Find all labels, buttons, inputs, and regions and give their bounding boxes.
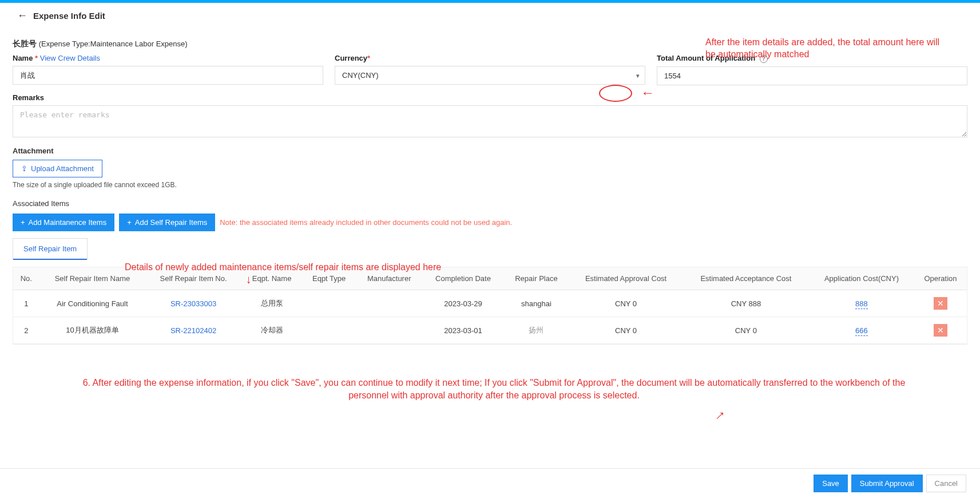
cell-eqpt: 冷却器: [241, 317, 303, 344]
upload-icon: ⇪: [21, 164, 27, 173]
view-crew-link[interactable]: View Crew Details: [40, 54, 100, 62]
cell-estacc: CNY 0: [683, 317, 809, 344]
name-label: Name * View Crew Details: [13, 54, 323, 62]
assoc-note: Note: the associated items already inclu…: [220, 218, 512, 227]
col-place: Repair Place: [504, 267, 569, 290]
add-maintenance-button[interactable]: + Add Maintanence Items: [13, 214, 114, 231]
cell-no: 1: [13, 290, 39, 317]
associated-items-heading: Associated Items: [13, 199, 967, 208]
cell-no: 2: [13, 317, 39, 344]
cell-compdate: 2023-03-29: [422, 290, 503, 317]
remarks-textarea[interactable]: [13, 105, 967, 137]
cell-eqpt: 总用泵: [241, 290, 303, 317]
cell-mfr: [356, 317, 423, 344]
items-table-wrap: No. Self Repair Item Name Self Repair It…: [13, 267, 967, 345]
cell-place: 扬州: [504, 317, 569, 344]
currency-select-wrap: CNY(CNY): [335, 66, 645, 85]
remarks-label: Remarks: [13, 93, 967, 102]
cell-appcost[interactable]: 888: [809, 290, 914, 317]
required-mark: *: [35, 54, 38, 62]
cell-estapp: CNY 0: [569, 317, 683, 344]
annotation-items: Details of newly added maintenance items…: [125, 262, 441, 272]
total-input[interactable]: [657, 66, 967, 85]
delete-row-button[interactable]: ✕: [934, 297, 947, 310]
tab-self-repair[interactable]: Self Repair Item: [13, 239, 87, 260]
table-row: 1Air Conditioning FaultSR-23033003总用泵202…: [13, 290, 967, 317]
page-header: ← Expense Info Edit: [0, 3, 980, 29]
col-estapp: Estimated Approval Cost: [569, 267, 683, 290]
back-arrow-icon[interactable]: ←: [17, 10, 27, 22]
cell-compdate: 2023-03-01: [422, 317, 503, 344]
upload-hint: The size of a single uploaded file canno…: [13, 181, 967, 189]
page-title: Expense Info Edit: [33, 11, 105, 21]
attachment-heading: Attachment: [13, 147, 967, 155]
annotation-footer: 6. After editing the expense information…: [77, 377, 911, 402]
remarks-field-group: Remarks: [13, 93, 967, 137]
cell-name: 10月机器故障单: [39, 317, 146, 344]
col-estacc: Estimated Acceptance Cost: [683, 267, 809, 290]
name-field-group: Name * View Crew Details: [13, 54, 323, 85]
tab-bar: Self Repair Item: [13, 238, 88, 260]
cell-mfr: [356, 290, 423, 317]
plus-icon: +: [21, 218, 25, 227]
currency-label: Currency*: [335, 54, 645, 62]
currency-select[interactable]: CNY(CNY): [335, 66, 645, 85]
currency-field-group: Currency* CNY(CNY): [335, 54, 645, 85]
cell-eqpttype: [302, 290, 356, 317]
col-appcost: Application Cost(CNY): [809, 267, 914, 290]
items-table: No. Self Repair Item Name Self Repair It…: [13, 267, 967, 344]
upload-attachment-button[interactable]: ⇪ Upload Attachment: [13, 160, 102, 177]
cell-appcost[interactable]: 666: [809, 317, 914, 344]
cell-estapp: CNY 0: [569, 290, 683, 317]
attachment-section: Attachment ⇪ Upload Attachment The size …: [13, 147, 967, 189]
form-row-2: Remarks: [13, 93, 967, 137]
delete-row-button[interactable]: ✕: [934, 324, 947, 337]
cell-op: ✕: [914, 290, 967, 317]
entity-name: 长胜号: [13, 39, 37, 48]
annotation-total: After the item details are added, the to…: [705, 37, 946, 61]
cell-name: Air Conditioning Fault: [39, 290, 146, 317]
cell-estacc: CNY 888: [683, 290, 809, 317]
content-area: 长胜号 (Expense Type:Maintenance Labor Expe…: [0, 29, 980, 425]
col-op: Operation: [914, 267, 967, 290]
plus-icon: +: [127, 218, 132, 227]
col-no: No.: [13, 267, 39, 290]
cell-itemno[interactable]: SR-23033003: [145, 290, 241, 317]
name-input[interactable]: [13, 66, 323, 85]
cell-eqpttype: [302, 317, 356, 344]
table-row: 210月机器故障单SR-22102402冷却器2023-03-01扬州CNY 0…: [13, 317, 967, 344]
entity-subtitle: (Expense Type:Maintenance Labor Expense): [39, 39, 188, 48]
add-buttons-row: + Add Maintanence Items + Add Self Repai…: [13, 214, 967, 231]
cell-itemno[interactable]: SR-22102402: [145, 317, 241, 344]
cell-place: shanghai: [504, 290, 569, 317]
cell-op: ✕: [914, 317, 967, 344]
add-self-repair-button[interactable]: + Add Self Repair Items: [119, 214, 215, 231]
